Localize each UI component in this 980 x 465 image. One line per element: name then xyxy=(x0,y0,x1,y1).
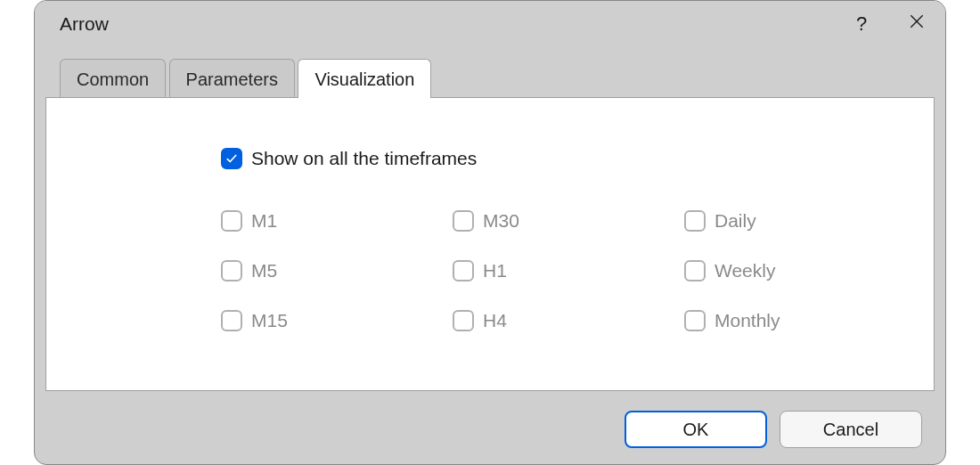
tab-parameters[interactable]: Parameters xyxy=(169,59,295,98)
checkbox-m1[interactable] xyxy=(221,210,242,232)
checkbox-m1-label: M1 xyxy=(251,210,277,232)
checkbox-m5[interactable] xyxy=(221,260,242,281)
checkbox-row-m30: M30 xyxy=(453,196,684,246)
checkbox-row-h4: H4 xyxy=(453,296,684,346)
checkbox-m5-label: M5 xyxy=(251,260,277,281)
tabs: Common Parameters Visualization xyxy=(35,58,945,97)
checkbox-row-h1: H1 xyxy=(453,246,684,296)
dialog-window: Arrow ? Common Parameters Visualization … xyxy=(34,0,946,465)
window-title: Arrow xyxy=(60,13,851,35)
show-all-row: Show on all the timeframes xyxy=(221,148,477,169)
checkbox-m30-label: M30 xyxy=(483,210,519,232)
button-row: OK Cancel xyxy=(625,411,922,448)
titlebar-controls: ? xyxy=(851,12,927,36)
checkbox-monthly[interactable] xyxy=(684,310,706,331)
checkbox-h1[interactable] xyxy=(453,260,474,281)
help-icon[interactable]: ? xyxy=(851,12,872,36)
checkbox-row-weekly: Weekly xyxy=(684,246,916,296)
checkbox-row-m5: M5 xyxy=(221,246,453,296)
checkbox-monthly-label: Monthly xyxy=(715,310,780,331)
close-icon[interactable] xyxy=(906,12,927,36)
tab-common[interactable]: Common xyxy=(60,59,166,98)
checkbox-h1-label: H1 xyxy=(483,260,507,281)
ok-button[interactable]: OK xyxy=(625,411,767,448)
checkbox-m30[interactable] xyxy=(453,210,474,232)
checkbox-h4[interactable] xyxy=(453,310,474,331)
checkbox-daily[interactable] xyxy=(684,210,706,232)
checkbox-row-daily: Daily xyxy=(684,196,916,246)
timeframe-grid: M1 M30 Daily M5 H1 Weekly xyxy=(221,196,898,346)
tab-panel: Show on all the timeframes M1 M30 Daily … xyxy=(45,97,935,391)
checkbox-m15-label: M15 xyxy=(251,310,288,331)
checkbox-weekly[interactable] xyxy=(684,260,706,281)
checkbox-daily-label: Daily xyxy=(715,210,756,232)
checkbox-row-monthly: Monthly xyxy=(684,296,916,346)
checkbox-row-m15: M15 xyxy=(221,296,453,346)
checkbox-h4-label: H4 xyxy=(483,310,507,331)
checkbox-show-all-label: Show on all the timeframes xyxy=(251,148,477,169)
checkbox-row-m1: M1 xyxy=(221,196,453,246)
checkbox-show-all[interactable] xyxy=(221,148,242,169)
checkbox-m15[interactable] xyxy=(221,310,242,331)
checkbox-weekly-label: Weekly xyxy=(715,260,775,281)
cancel-button[interactable]: Cancel xyxy=(780,411,922,448)
tab-visualization[interactable]: Visualization xyxy=(298,59,431,98)
titlebar: Arrow ? xyxy=(35,1,945,47)
